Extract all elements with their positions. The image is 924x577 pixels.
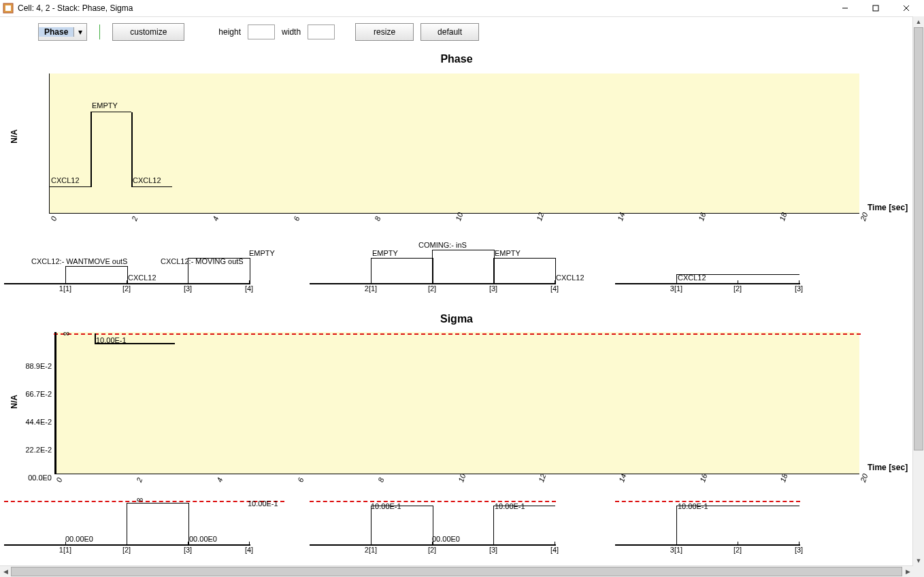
vertical-scrollbar[interactable]: ▲ ▼ bbox=[912, 16, 924, 566]
phase-x-axis-label: Time [sec] bbox=[868, 203, 908, 212]
x-tick: 0 bbox=[49, 215, 58, 222]
maximize-button[interactable] bbox=[860, 0, 891, 16]
sigma-subplot-1[interactable]: ∞ 1[1] [2] [3] [4] 00.00E0 00.00E0 10.00… bbox=[4, 501, 250, 554]
series-dropdown-selected: Phase bbox=[39, 27, 73, 37]
x-tick: 8 bbox=[373, 215, 382, 222]
infinity-icon: ∞ bbox=[63, 328, 69, 338]
phase-subplot-3[interactable]: 3[1] [2] [3] CXCL12 bbox=[615, 242, 800, 293]
sigma-plot[interactable]: ∞ 10.00E-1 bbox=[54, 332, 859, 474]
phase-chart-title: Phase bbox=[0, 53, 913, 65]
phase-subplot-1[interactable]: 1[1] [2] [3] [4] CXCL12:- WANTMOVE outS … bbox=[4, 242, 250, 293]
y-tick: 00.0E0 bbox=[16, 474, 52, 482]
scroll-right-icon[interactable]: ▶ bbox=[902, 566, 913, 577]
x-tick: 12 bbox=[537, 472, 547, 483]
height-input[interactable] bbox=[248, 24, 275, 39]
x-tick: 4 bbox=[215, 476, 224, 483]
sigma-subplot-3[interactable]: 3[1] [2] [3] 10.00E-1 bbox=[615, 501, 800, 554]
phase-annotation: CXCL12 bbox=[133, 176, 161, 184]
width-label: width bbox=[282, 27, 301, 37]
sigma-infinity-line bbox=[54, 333, 861, 335]
x-tick: 16 bbox=[697, 211, 707, 222]
x-tick: 10 bbox=[454, 211, 464, 222]
default-button[interactable]: default bbox=[420, 23, 479, 41]
horizontal-scrollbar[interactable]: ◀ ▶ bbox=[0, 565, 913, 577]
x-tick: 18 bbox=[778, 211, 788, 222]
x-tick: 2 bbox=[130, 215, 139, 222]
chart-area: Phase N/A CXCL12 EMPTY CXCL12 Time [sec]… bbox=[0, 41, 913, 566]
x-tick: 18 bbox=[778, 472, 789, 483]
app-icon bbox=[3, 3, 14, 14]
x-tick: 0 bbox=[54, 476, 63, 483]
scrollbar-corner bbox=[913, 566, 924, 577]
scroll-down-icon[interactable]: ▼ bbox=[913, 555, 924, 566]
phase-plot[interactable]: CXCL12 EMPTY CXCL12 bbox=[49, 73, 859, 214]
svg-rect-1 bbox=[5, 5, 11, 11]
close-button[interactable] bbox=[891, 0, 921, 16]
series-dropdown[interactable]: Phase ▾ bbox=[38, 23, 87, 41]
horizontal-scroll-thumb[interactable] bbox=[11, 567, 902, 576]
height-label: height bbox=[218, 27, 241, 37]
phase-annotation: EMPTY bbox=[92, 101, 118, 110]
x-tick: 20 bbox=[859, 472, 869, 483]
sigma-chart-title: Sigma bbox=[0, 313, 913, 325]
x-tick: 8 bbox=[376, 476, 385, 483]
x-tick: 10 bbox=[457, 472, 467, 483]
x-tick: 6 bbox=[292, 215, 301, 222]
phase-annotation: CXCL12 bbox=[51, 176, 80, 184]
window-titlebar: Cell: 4, 2 - Stack: Phase, Sigma bbox=[0, 0, 924, 16]
customize-button[interactable]: customize bbox=[112, 23, 184, 41]
y-tick: 88.9E-2 bbox=[16, 362, 52, 370]
width-input[interactable] bbox=[308, 24, 335, 39]
resize-button[interactable]: resize bbox=[355, 23, 414, 41]
x-tick: 6 bbox=[296, 476, 305, 483]
y-tick: 66.7E-2 bbox=[16, 390, 52, 398]
svg-rect-3 bbox=[873, 5, 878, 11]
scroll-left-icon[interactable]: ◀ bbox=[0, 566, 11, 577]
x-tick: 4 bbox=[211, 215, 220, 222]
chevron-down-icon: ▾ bbox=[73, 27, 86, 37]
x-tick: 20 bbox=[859, 211, 869, 222]
sigma-annotation: 10.00E-1 bbox=[96, 336, 127, 344]
scroll-up-icon[interactable]: ▲ bbox=[913, 16, 924, 27]
phase-subplot-2[interactable]: 2[1] [2] [3] [4] EMPTY COMING:- inS EMPT… bbox=[310, 242, 556, 293]
x-tick: 12 bbox=[535, 211, 545, 222]
minimize-button[interactable] bbox=[829, 0, 860, 16]
y-tick: 44.4E-2 bbox=[16, 418, 52, 426]
vertical-scroll-thumb[interactable] bbox=[914, 27, 923, 450]
phase-y-axis-label: N/A bbox=[10, 129, 19, 144]
toolbar-separator bbox=[99, 24, 100, 39]
x-tick: 2 bbox=[135, 476, 144, 483]
sigma-subplot-2[interactable]: 2[1] [2] [3] [4] 10.00E-1 00.00E0 10.00E… bbox=[310, 501, 556, 554]
y-tick: 22.2E-2 bbox=[16, 446, 52, 454]
sigma-x-axis-label: Time [sec] bbox=[868, 463, 908, 472]
x-tick: 14 bbox=[616, 211, 626, 222]
window-title: Cell: 4, 2 - Stack: Phase, Sigma bbox=[18, 3, 829, 13]
